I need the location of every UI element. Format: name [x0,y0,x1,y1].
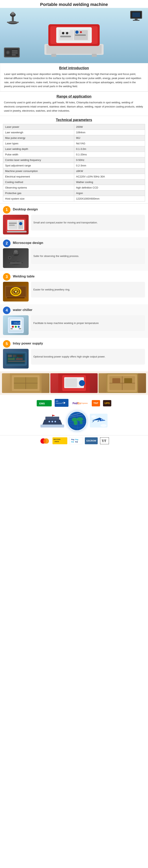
table-cell-param: Cooling method [3,179,74,185]
svg-rect-34 [12,53,18,54]
table-cell-param: Observing systems [3,185,74,190]
table-row: Laer wavelengh1064nm [3,129,145,135]
svg-text:Pay: Pay [75,438,78,440]
svg-rect-22 [60,36,71,37]
svg-rect-100 [113,378,120,383]
svg-point-32 [7,51,9,54]
feature-3-number: 3 [3,273,10,281]
svg-rect-25 [75,34,86,36]
table-cell-param: Protective gas [3,190,74,196]
table-cell-value: Argon [74,190,145,196]
svg-text:T/T: T/T [101,439,106,443]
svg-point-112 [49,421,50,422]
feature-5-title: Inlay power supply [13,342,43,345]
svg-point-24 [80,31,82,33]
range-text: Commonly used in gold and silver jewelry… [4,100,144,113]
table-cell-param: Max pulse energy [3,135,74,141]
table-row: Spot adjustment range0.2-3mm [3,163,145,168]
svg-rect-50 [10,262,22,264]
svg-point-114 [55,421,56,422]
table-cell-value: 200W [74,124,145,129]
feature-3-title: Welding table [13,275,34,278]
feature-1: 1 Desktop design Small and compact,easie… [0,204,148,237]
brief-intro-section: Brief introduction Laser spot welding us… [0,63,148,92]
svg-rect-26 [61,30,70,32]
table-row: Machine power consumption≤6KW [3,168,145,174]
svg-text:Pay: Pay [71,438,75,440]
table-cell-value: ≤6KW [74,168,145,174]
svg-text:UNION: UNION [55,441,59,442]
air-freight-icon: AIR FREIGHT [55,399,68,408]
svg-rect-28 [92,54,97,57]
feature-2-image [3,248,29,268]
feature-1-image [3,215,29,235]
svg-rect-6 [7,22,19,23]
svg-point-68 [12,326,14,328]
svg-point-135 [91,415,96,418]
feature-2-desc: Safer for observing the welding process. [31,248,145,264]
svg-point-134 [102,419,104,420]
svg-marker-116 [52,415,55,416]
svg-point-121 [77,417,83,421]
svg-rect-93 [65,378,77,387]
svg-rect-13 [47,45,101,54]
table-row: Combo laser welding frequency0-50Hz [3,157,145,163]
table-cell-param: Spot adjustment range [3,163,74,168]
tech-params-table: Laser power200WLaer wavelengh1064nmMax p… [3,124,145,202]
accessory-monitor-icon [129,10,143,24]
svg-rect-79 [8,358,15,360]
feature-4-image: CHILLER [3,315,29,335]
shipping-logos-row: EMS AIR FREIGHT FedEx Express TNT UPS [4,397,144,409]
table-cell-param: Machine power consumption [3,168,74,174]
svg-rect-11 [133,20,140,21]
paypal-logo: Pay Pal Pay Pal [70,437,83,445]
feature-5: 5 Inlay power supply Option [0,338,148,371]
mastercard-logo: MasterCard [39,438,50,445]
payment-section: MasterCard WESTERN UNION Pay Pal Pay Pal [0,435,148,447]
svg-rect-10 [135,19,138,20]
header-section: Portable mould welding machine [0,0,148,7]
svg-text:MasterCard: MasterCard [40,443,48,444]
range-section: Range of application Commonly used in go… [0,92,148,116]
table-cell-value: Nd:YAG [74,141,145,146]
svg-point-94 [79,380,85,386]
accessory-microscope-icon [5,11,21,29]
main-product-image [40,12,108,59]
table-row: Laser power200W [3,124,145,129]
tech-params-section: Technical parameters Laser power200WLaer… [0,116,148,204]
table-cell-value: 0-50Hz [74,157,145,163]
ups-logo: UPS [103,400,112,406]
svg-text:AIR: AIR [56,400,58,402]
table-row: Host system size1220X1000X600mm [3,196,145,201]
svg-rect-111 [46,417,59,420]
svg-text:ESCROW: ESCROW [86,439,96,442]
svg-point-48 [14,250,18,253]
svg-point-69 [15,326,17,328]
table-cell-value: high definition CCD [74,185,145,190]
product-photo-2 [50,373,98,393]
plane-icon [90,414,108,428]
feature-4-title: water chiller [13,308,32,312]
svg-text:Pal: Pal [75,441,78,443]
payment-logos-row: MasterCard WESTERN UNION Pay Pal Pay Pal [3,437,145,445]
feature-2-title: Microscope design [13,241,43,245]
table-cell-value: AC220V ±10% 50Hz 30A [74,174,145,179]
svg-point-53 [9,257,11,259]
svg-text:CHILLER: CHILLER [14,322,22,324]
svg-point-20 [62,32,64,34]
feature-3-desc: Easier for welding jewellery ring. [31,282,145,298]
svg-rect-9 [132,12,140,17]
svg-rect-33 [12,51,18,52]
table-row: Electrical requirementAC220V ±10% 50Hz 3… [3,174,145,179]
escrow-logo: ESCROW [85,437,98,445]
product-photo-3 [98,373,146,393]
svg-point-42 [19,222,22,225]
svg-text:EMS: EMS [39,402,45,405]
ship-icon [40,414,64,428]
table-cell-param: Combo laser welding frequency [3,157,74,163]
accessory-bottom-left [3,45,21,60]
svg-text:WESTERN: WESTERN [54,439,60,440]
svg-point-122 [80,421,83,424]
svg-rect-109 [40,425,64,428]
svg-rect-41 [9,225,15,226]
